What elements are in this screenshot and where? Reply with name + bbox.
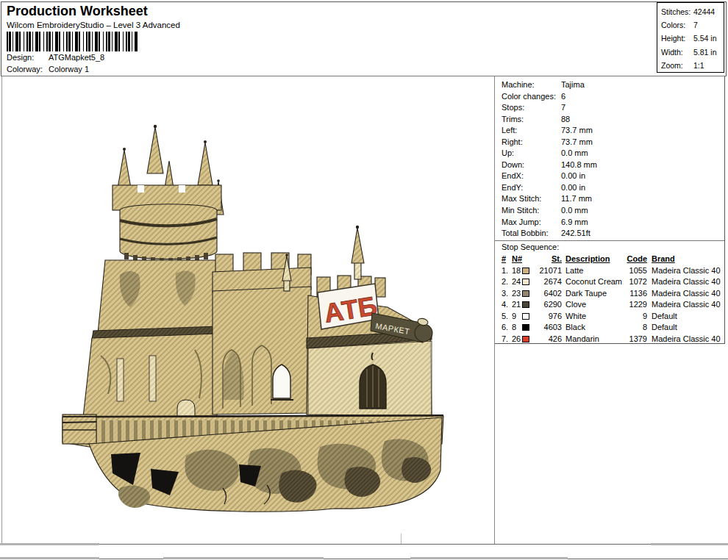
thread-swatch: [522, 279, 529, 285]
stop-sequence-table: # N# St. Description Code Brand 1.18 210…: [495, 254, 725, 345]
page-title: Production Worksheet: [7, 4, 148, 19]
colorway-label: Colorway:: [7, 65, 49, 73]
barcode: [7, 32, 138, 51]
machine-info-row: Trims:88: [495, 114, 728, 126]
thread-swatch: [522, 324, 529, 331]
stop-sequence-title: Stop Sequence:: [502, 243, 559, 251]
castle-illustration: АТБ МАРКЕТ: [2, 76, 495, 544]
stat-zoom: Zoom:1:1: [661, 59, 724, 72]
machine-info-row: Left:73.7 mm: [495, 125, 728, 137]
stat-stitches: Stitches:42444: [661, 5, 724, 18]
machine-info-list: Machine:Tajima Color changes:6 Stops:7 T…: [495, 79, 728, 240]
thread-row: 1.18 21071Latte 1055Madeira Classic 40: [495, 265, 725, 277]
header: Production Worksheet Wilcom EmbroiderySt…: [1, 1, 727, 76]
machine-info-row: Down:140.8 mm: [495, 159, 728, 171]
machine-info-row: Up:0.0 mm: [495, 148, 728, 159]
machine-info-row: Max Jump:6.9 mm: [495, 217, 728, 229]
machine-panel: Machine:Tajima Color changes:6 Stops:7 T…: [494, 76, 728, 544]
thread-swatch: [522, 290, 529, 297]
stat-width: Width:5.81 in: [661, 46, 724, 59]
machine-info-row: EndX:0.00 in: [495, 170, 728, 182]
stop-sequence-header: # N# St. Description Code Brand: [495, 254, 725, 265]
thread-row: 4.21 6290Clove 1229Madeira Classic 40: [495, 299, 725, 311]
production-worksheet-page: Production Worksheet Wilcom EmbroiderySt…: [0, 0, 728, 560]
thread-swatch: [522, 336, 529, 342]
machine-info-row: Min Stitch:0.0 mm: [495, 205, 728, 217]
stat-colors: Colors:7: [661, 18, 724, 32]
machine-info-row: Color changes:6: [495, 91, 728, 103]
thread-row: 7.26 426Mandarin 1379Madeira Classic 40: [495, 334, 725, 345]
thread-row: 3.23 6402Dark Taupe 1136Madeira Classic …: [495, 288, 725, 300]
machine-info-row: EndY:0.00 in: [495, 182, 728, 194]
thread-swatch: [522, 313, 529, 320]
thread-row: 6.8 4603Black 8Default: [495, 322, 725, 334]
stat-height: Height:5.54 in: [661, 32, 724, 45]
thread-row: 5.9 976White 9Default: [495, 311, 725, 323]
design-value: ATGMapket5_8: [49, 53, 104, 62]
thread-swatch: [522, 301, 529, 308]
design-row: Design:ATGMapket5_8: [7, 53, 104, 62]
thread-row: 2.24 2674Coconut Cream 1072Madeira Class…: [495, 276, 725, 288]
app-subtitle: Wilcom EmbroideryStudio – Level 3 Advanc…: [7, 21, 180, 29]
design-label: Design:: [7, 53, 49, 62]
thread-swatch: [522, 268, 529, 274]
machine-info-row: Max Stitch:11.7 mm: [495, 193, 728, 205]
footer: Created By: Last Saved: 1/19/2023 1:38:2…: [0, 544, 728, 560]
machine-info-row: Right:73.7 mm: [495, 137, 728, 148]
machine-info-row: Machine:Tajima: [495, 79, 728, 91]
colorway-row: Colorway:Colorway 1: [7, 65, 89, 73]
colorway-value: Colorway 1: [49, 65, 89, 73]
design-preview-area: АТБ МАРКЕТ: [1, 76, 494, 544]
stats-box: Stitches:42444 Colors:7 Height:5.54 in W…: [657, 2, 724, 73]
machine-info-row: Total Bobbin:242.51ft: [495, 228, 728, 240]
machine-info-row: Stops:7: [495, 102, 728, 114]
